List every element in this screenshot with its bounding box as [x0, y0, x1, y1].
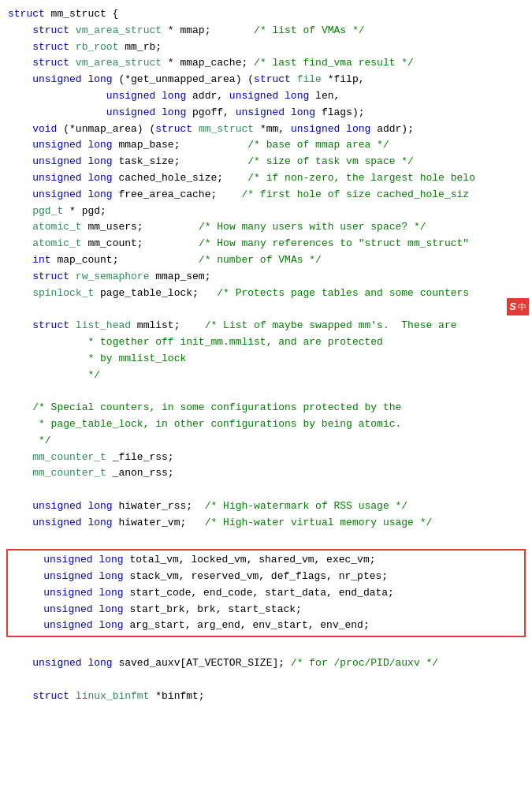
code-line: void (*unmap_area) (struct mm_struct *mm… [0, 121, 532, 138]
code-line: atomic_t mm_count; /* How many reference… [0, 236, 532, 252]
highlighted-code-line: unsigned long start_code, end_code, star… [11, 585, 521, 602]
sogou-s-icon: S [509, 299, 516, 315]
highlighted-code-line: unsigned long arg_start, arg_end, env_st… [11, 618, 521, 634]
code-line [0, 532, 532, 548]
code-line: unsigned long saved_auxv[AT_VECTOR_SIZE]… [0, 655, 532, 672]
code-line: */ [0, 433, 532, 450]
code-line: unsigned long addr, unsigned long len, [0, 88, 532, 105]
code-line: /* Special counters, in some configurati… [0, 400, 532, 416]
code-line: unsigned long task_size; /* size of task… [0, 154, 532, 170]
code-line: mm_counter_t _anon_rss; [0, 465, 532, 482]
highlighted-block: unsigned long total_vm, locked_vm, share… [6, 549, 526, 637]
highlighted-code-line: unsigned long start_brk, brk, start_stac… [11, 602, 521, 618]
sogou-badge[interactable]: S 中 [507, 298, 529, 315]
code-line: */ [0, 368, 532, 384]
code-line: unsigned long hiwater_rss; /* High-water… [0, 498, 532, 515]
code-line: pgd_t * pgd; [0, 203, 532, 220]
code-line [0, 482, 532, 498]
code-line: struct rw_semaphore mmap_sem; [0, 269, 532, 286]
code-line: int map_count; /* number of VMAs */ [0, 252, 532, 269]
code-line: struct vm_area_struct * mmap; /* list of… [0, 23, 532, 39]
sogou-zh-label: 中 [518, 300, 526, 314]
code-line [0, 672, 532, 689]
code-line: atomic_t mm_users; /* How many users wit… [0, 219, 532, 236]
code-line: mm_counter_t _file_rss; [0, 450, 532, 466]
code-line: unsigned long pgoff, unsigned long flags… [0, 105, 532, 121]
code-container: S 中 struct mm_struct { struct vm_area_st… [0, 0, 532, 795]
code-line: * together off init_mm.mmlist, and are p… [0, 334, 532, 351]
code-line: * by mmlist_lock [0, 351, 532, 368]
code-line: unsigned long cached_hole_size; /* if no… [0, 170, 532, 187]
code-line: unsigned long mmap_base; /* base of mmap… [0, 137, 532, 154]
code-line: struct list_head mmlist; /* List of mayb… [0, 318, 532, 334]
code-line [0, 639, 532, 655]
code-line: struct rb_root mm_rb; [0, 39, 532, 56]
code-line [0, 383, 532, 400]
code-line: spinlock_t page_table_lock; /* Protects … [0, 286, 532, 302]
code-line: unsigned long hiwater_vm; /* High-water … [0, 515, 532, 532]
highlighted-code-line: unsigned long total_vm, locked_vm, share… [11, 552, 521, 569]
highlighted-code-line: unsigned long stack_vm, reserved_vm, def… [11, 569, 521, 585]
code-line: * page_table_lock, in other configuratio… [0, 416, 532, 433]
code-line: struct mm_struct { [0, 6, 532, 23]
code-line: struct vm_area_struct * mmap_cache; /* l… [0, 55, 532, 72]
code-line: unsigned long free_area_cache; /* first … [0, 187, 532, 203]
after-lines: unsigned long saved_auxv[AT_VECTOR_SIZE]… [0, 639, 532, 704]
code-line: struct linux_binfmt *binfmt; [0, 689, 532, 705]
code-line [0, 301, 532, 318]
code-lines: struct mm_struct { struct vm_area_struct… [0, 6, 532, 547]
code-line: unsigned long (*get_unmapped_area) (stru… [0, 72, 532, 88]
